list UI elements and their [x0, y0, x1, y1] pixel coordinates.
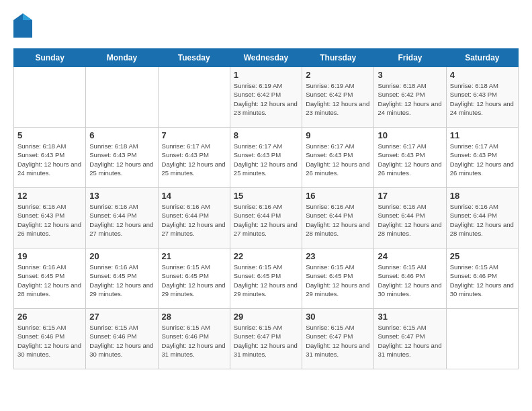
cell-content: Sunrise: 6:17 AMSunset: 6:43 PMDaylight:…: [450, 142, 515, 177]
calendar-cell: 31 Sunrise: 6:15 AMSunset: 6:47 PMDaylig…: [374, 309, 446, 369]
day-of-week-header: Tuesday: [158, 49, 230, 67]
calendar-cell: [158, 67, 230, 128]
cell-content: Sunrise: 6:17 AMSunset: 6:43 PMDaylight:…: [234, 142, 298, 177]
day-number: 20: [89, 251, 154, 261]
calendar-week-row: 26 Sunrise: 6:15 AMSunset: 6:46 PMDaylig…: [14, 309, 519, 369]
calendar-cell: 13 Sunrise: 6:16 AMSunset: 6:44 PMDaylig…: [86, 188, 158, 248]
day-number: 14: [162, 191, 226, 201]
day-of-week-header: Saturday: [446, 49, 518, 67]
cell-content: Sunrise: 6:16 AMSunset: 6:44 PMDaylight:…: [234, 202, 298, 238]
calendar-cell: 1 Sunrise: 6:19 AMSunset: 6:42 PMDayligh…: [230, 67, 302, 128]
day-number: 12: [17, 191, 82, 201]
day-number: 30: [306, 312, 370, 322]
calendar-cell: 7 Sunrise: 6:17 AMSunset: 6:43 PMDayligh…: [158, 128, 230, 188]
calendar-week-row: 1 Sunrise: 6:19 AMSunset: 6:42 PMDayligh…: [14, 67, 519, 128]
cell-content: Sunrise: 6:15 AMSunset: 6:46 PMDaylight:…: [162, 323, 226, 359]
calendar-cell: 30 Sunrise: 6:15 AMSunset: 6:47 PMDaylig…: [302, 309, 374, 369]
cell-content: Sunrise: 6:16 AMSunset: 6:44 PMDaylight:…: [89, 202, 154, 238]
day-number: 27: [89, 312, 154, 322]
day-number: 29: [234, 312, 298, 322]
day-number: 19: [17, 251, 82, 261]
cell-content: Sunrise: 6:15 AMSunset: 6:46 PMDaylight:…: [17, 323, 82, 359]
page-header: [13, 13, 519, 38]
cell-content: Sunrise: 6:15 AMSunset: 6:45 PMDaylight:…: [162, 263, 226, 298]
calendar-week-row: 5 Sunrise: 6:18 AMSunset: 6:43 PMDayligh…: [14, 128, 519, 188]
calendar-cell: 29 Sunrise: 6:15 AMSunset: 6:47 PMDaylig…: [230, 309, 302, 369]
calendar-cell: [14, 67, 86, 128]
calendar-cell: 19 Sunrise: 6:16 AMSunset: 6:45 PMDaylig…: [14, 248, 86, 309]
day-number: 4: [450, 70, 515, 80]
day-of-week-header: Sunday: [14, 49, 86, 67]
calendar-cell: 27 Sunrise: 6:15 AMSunset: 6:46 PMDaylig…: [86, 309, 158, 369]
calendar-cell: 9 Sunrise: 6:17 AMSunset: 6:43 PMDayligh…: [302, 128, 374, 188]
day-number: 10: [378, 130, 442, 140]
cell-content: Sunrise: 6:16 AMSunset: 6:44 PMDaylight:…: [162, 202, 226, 238]
logo-icon: [13, 13, 32, 38]
day-number: 25: [450, 251, 515, 261]
calendar-table: SundayMondayTuesdayWednesdayThursdayFrid…: [13, 48, 519, 369]
day-number: 28: [162, 312, 226, 322]
day-number: 24: [378, 251, 442, 261]
cell-content: Sunrise: 6:15 AMSunset: 6:47 PMDaylight:…: [378, 323, 442, 359]
cell-content: Sunrise: 6:19 AMSunset: 6:42 PMDaylight:…: [306, 81, 370, 117]
day-number: 5: [17, 130, 82, 140]
cell-content: Sunrise: 6:18 AMSunset: 6:43 PMDaylight:…: [450, 81, 515, 117]
calendar-cell: 23 Sunrise: 6:15 AMSunset: 6:45 PMDaylig…: [302, 248, 374, 309]
day-number: 31: [378, 312, 442, 322]
cell-content: Sunrise: 6:18 AMSunset: 6:42 PMDaylight:…: [378, 81, 442, 117]
calendar-cell: [446, 309, 518, 369]
cell-content: Sunrise: 6:16 AMSunset: 6:44 PMDaylight:…: [306, 202, 370, 238]
calendar-cell: 2 Sunrise: 6:19 AMSunset: 6:42 PMDayligh…: [302, 67, 374, 128]
day-number: 23: [306, 251, 370, 261]
cell-content: Sunrise: 6:15 AMSunset: 6:46 PMDaylight:…: [450, 263, 515, 298]
cell-content: Sunrise: 6:16 AMSunset: 6:45 PMDaylight:…: [17, 263, 82, 298]
cell-content: Sunrise: 6:16 AMSunset: 6:43 PMDaylight:…: [17, 202, 82, 238]
day-number: 7: [162, 130, 226, 140]
calendar-cell: 25 Sunrise: 6:15 AMSunset: 6:46 PMDaylig…: [446, 248, 518, 309]
day-number: 11: [450, 130, 515, 140]
cell-content: Sunrise: 6:18 AMSunset: 6:43 PMDaylight:…: [89, 142, 154, 177]
calendar-cell: 17 Sunrise: 6:16 AMSunset: 6:44 PMDaylig…: [374, 188, 446, 248]
calendar-cell: 11 Sunrise: 6:17 AMSunset: 6:43 PMDaylig…: [446, 128, 518, 188]
cell-content: Sunrise: 6:17 AMSunset: 6:43 PMDaylight:…: [378, 142, 442, 177]
cell-content: Sunrise: 6:15 AMSunset: 6:45 PMDaylight:…: [234, 263, 298, 298]
calendar-header: SundayMondayTuesdayWednesdayThursdayFrid…: [14, 49, 519, 67]
calendar-cell: 10 Sunrise: 6:17 AMSunset: 6:43 PMDaylig…: [374, 128, 446, 188]
calendar-week-row: 12 Sunrise: 6:16 AMSunset: 6:43 PMDaylig…: [14, 188, 519, 248]
cell-content: Sunrise: 6:15 AMSunset: 6:47 PMDaylight:…: [234, 323, 298, 359]
day-number: 22: [234, 251, 298, 261]
cell-content: Sunrise: 6:15 AMSunset: 6:47 PMDaylight:…: [306, 323, 370, 359]
day-number: 9: [306, 130, 370, 140]
day-number: 18: [450, 191, 515, 201]
cell-content: Sunrise: 6:15 AMSunset: 6:46 PMDaylight:…: [378, 263, 442, 298]
day-of-week-header: Wednesday: [230, 49, 302, 67]
day-of-week-header: Thursday: [302, 49, 374, 67]
logo: [13, 13, 35, 38]
calendar-cell: 22 Sunrise: 6:15 AMSunset: 6:45 PMDaylig…: [230, 248, 302, 309]
calendar-cell: [86, 67, 158, 128]
calendar-cell: 15 Sunrise: 6:16 AMSunset: 6:44 PMDaylig…: [230, 188, 302, 248]
day-number: 6: [89, 130, 154, 140]
day-number: 3: [378, 70, 442, 80]
cell-content: Sunrise: 6:15 AMSunset: 6:45 PMDaylight:…: [306, 263, 370, 298]
day-number: 1: [234, 70, 298, 80]
calendar-cell: 20 Sunrise: 6:16 AMSunset: 6:45 PMDaylig…: [86, 248, 158, 309]
day-number: 21: [162, 251, 226, 261]
calendar-cell: 12 Sunrise: 6:16 AMSunset: 6:43 PMDaylig…: [14, 188, 86, 248]
cell-content: Sunrise: 6:17 AMSunset: 6:43 PMDaylight:…: [162, 142, 226, 177]
day-number: 15: [234, 191, 298, 201]
day-number: 13: [89, 191, 154, 201]
day-number: 26: [17, 312, 82, 322]
calendar-body: 1 Sunrise: 6:19 AMSunset: 6:42 PMDayligh…: [14, 67, 519, 369]
day-number: 17: [378, 191, 442, 201]
day-of-week-header: Monday: [86, 49, 158, 67]
calendar-cell: 3 Sunrise: 6:18 AMSunset: 6:42 PMDayligh…: [374, 67, 446, 128]
day-number: 16: [306, 191, 370, 201]
svg-marker-1: [23, 13, 32, 20]
calendar-cell: 6 Sunrise: 6:18 AMSunset: 6:43 PMDayligh…: [86, 128, 158, 188]
header-row: SundayMondayTuesdayWednesdayThursdayFrid…: [14, 49, 519, 67]
cell-content: Sunrise: 6:16 AMSunset: 6:44 PMDaylight:…: [378, 202, 442, 238]
cell-content: Sunrise: 6:16 AMSunset: 6:45 PMDaylight:…: [89, 263, 154, 298]
day-of-week-header: Friday: [374, 49, 446, 67]
cell-content: Sunrise: 6:17 AMSunset: 6:43 PMDaylight:…: [306, 142, 370, 177]
